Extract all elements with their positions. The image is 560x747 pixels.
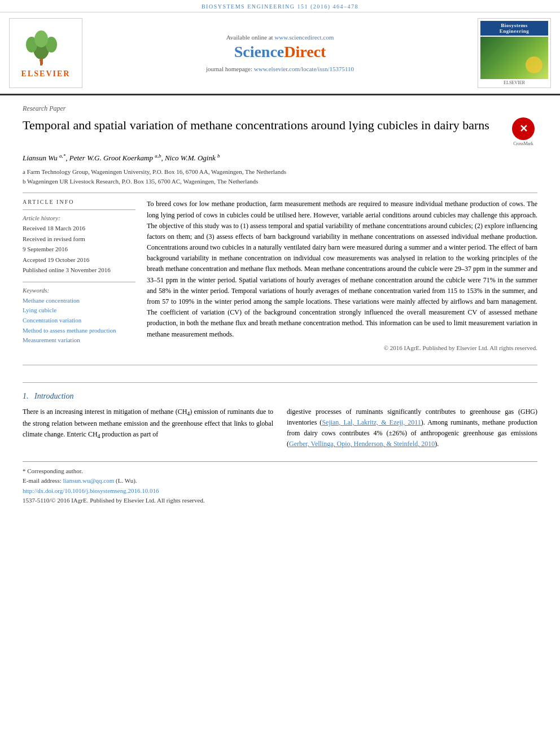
- available-online-text: Available online at www.sciencedirect.co…: [226, 34, 334, 41]
- keyword-item[interactable]: Measurement variation: [23, 335, 135, 346]
- author-groot: Peter W.G. Groot Koerkamp a,b: [69, 154, 161, 162]
- divider-keywords: [23, 282, 135, 282]
- affiliation-b: b Wageningen UR Livestock Research, P.O.…: [23, 177, 537, 186]
- crossmark-icon: ✕: [512, 117, 535, 140]
- journal-url[interactable]: www.elsevier.com/locate/issn/15375110: [254, 65, 354, 72]
- crossmark-label: CrossMark: [513, 141, 533, 146]
- article-body: ARTICLE INFO Article history: Received 1…: [23, 199, 537, 351]
- biosystems-logo: BiosystemsEngineering ELSEVIER: [478, 18, 551, 88]
- sciencedirect-logo: ScienceDirect: [234, 43, 326, 61]
- article-info-heading: ARTICLE INFO: [23, 199, 135, 205]
- received-revised-label: Received in revised form: [23, 234, 135, 244]
- section-number: 1.: [23, 392, 29, 400]
- elsevier-logo: ELSEVIER: [9, 18, 82, 88]
- article-info-column: ARTICLE INFO Article history: Received 1…: [23, 199, 135, 351]
- intro-left: There is an increasing interest in mitig…: [23, 407, 273, 450]
- keywords-list: Methane concentrationLying cubicleConcen…: [23, 296, 135, 346]
- gerber-ref[interactable]: Gerber, Vellinga, Opio, Henderson, & Ste…: [289, 440, 435, 448]
- footnote-email: E-mail address: liansun.wu@qq.com (L. Wu…: [23, 476, 537, 486]
- svg-rect-6: [40, 62, 42, 65]
- affiliations: a Farm Technology Group, Wageningen Univ…: [23, 167, 537, 186]
- biosystems-image: [480, 37, 548, 79]
- divider-intro: [23, 365, 537, 365]
- footnote-corresponding: * Corresponding author.: [23, 466, 537, 477]
- author-ogink: Nico W.M. Ogink b: [165, 154, 220, 162]
- elsevier-tree-icon: [20, 28, 71, 67]
- elsevier-label: ELSEVIER: [21, 69, 71, 78]
- authors: Liansun Wu a,*, Peter W.G. Groot Koerkam…: [23, 153, 537, 163]
- svg-point-4: [34, 30, 48, 47]
- sejian-ref[interactable]: Sejian, Lal, Lakritz, & Ezeji, 2011: [322, 418, 421, 426]
- intro-text-left: There is an increasing interest in mitig…: [23, 407, 273, 442]
- article-type: Research Paper: [23, 104, 537, 113]
- article-title: Temporal and spatial variation of methan…: [23, 117, 500, 134]
- keyword-item[interactable]: Methane concentration: [23, 296, 135, 306]
- footnote-doi: http://dx.doi.org/10.1016/j.biosystemsen…: [23, 486, 537, 496]
- keywords-label: Keywords:: [23, 287, 135, 294]
- header-section: ELSEVIER Available online at www.science…: [0, 12, 560, 95]
- received-date: Received 18 March 2016: [23, 224, 135, 233]
- article-title-row: Temporal and spatial variation of methan…: [23, 117, 537, 146]
- biosystems-subtitle: ELSEVIER: [504, 80, 525, 85]
- section-title: 1. Introduction: [23, 392, 537, 401]
- sciencedirect-science: Science: [234, 43, 285, 60]
- introduction-section: 1. Introduction There is an increasing i…: [23, 382, 537, 450]
- sciencedirect-url[interactable]: www.sciencedirect.com: [274, 34, 334, 41]
- crossmark-badge: ✕ CrossMark: [509, 117, 537, 146]
- svg-point-5: [40, 59, 43, 62]
- history-label: Article history:: [23, 215, 135, 221]
- journal-info-bar: BIOSYSTEMS ENGINEERING 151 (2016) 464–47…: [0, 0, 560, 12]
- intro-right: digestive processes of ruminants signifi…: [287, 407, 537, 450]
- keyword-item[interactable]: Lying cubicle: [23, 305, 135, 316]
- footnote-section: * Corresponding author. E-mail address: …: [23, 461, 537, 506]
- copyright-notice: © 2016 IAgrE. Published by Elsevier Ltd.…: [147, 344, 537, 351]
- journal-citation: BIOSYSTEMS ENGINEERING 151 (2016) 464–47…: [202, 3, 358, 10]
- biosystems-title: BiosystemsEngineering: [480, 21, 548, 36]
- received-revised-date: 9 September 2016: [23, 244, 135, 254]
- abstract-column: To breed cows for low methane production…: [147, 199, 537, 351]
- affiliation-a: a Farm Technology Group, Wageningen Univ…: [23, 167, 537, 177]
- journal-homepage-text: journal homepage: www.elsevier.com/locat…: [206, 65, 354, 72]
- email-link[interactable]: liansun.wu@qq.com: [63, 477, 114, 484]
- keyword-item[interactable]: Concentration variation: [23, 316, 135, 326]
- divider-article-info: [23, 209, 135, 210]
- intro-text-right: digestive processes of ruminants signifi…: [287, 407, 537, 450]
- keyword-item[interactable]: Method to assess methane production: [23, 326, 135, 336]
- intro-two-col: There is an increasing interest in mitig…: [23, 407, 537, 450]
- keywords-section: Keywords: Methane concentrationLying cub…: [23, 282, 135, 346]
- doi-link[interactable]: http://dx.doi.org/10.1016/j.biosystemsen…: [23, 487, 159, 494]
- section-heading: Introduction: [34, 392, 73, 400]
- main-content: Research Paper Temporal and spatial vari…: [0, 95, 560, 515]
- header-center: Available online at www.sciencedirect.co…: [82, 18, 478, 88]
- published-date: Published online 3 November 2016: [23, 265, 135, 275]
- footnote-issn: 1537-5110/© 2016 IAgrE. Published by Els…: [23, 496, 537, 506]
- sciencedirect-direct: Direct: [284, 43, 326, 60]
- divider-after-affiliations: [23, 193, 537, 193]
- author-liansun: Liansun Wu a,*: [23, 154, 65, 162]
- accepted-date: Accepted 19 October 2016: [23, 255, 135, 265]
- abstract-text: To breed cows for low methane production…: [147, 199, 537, 339]
